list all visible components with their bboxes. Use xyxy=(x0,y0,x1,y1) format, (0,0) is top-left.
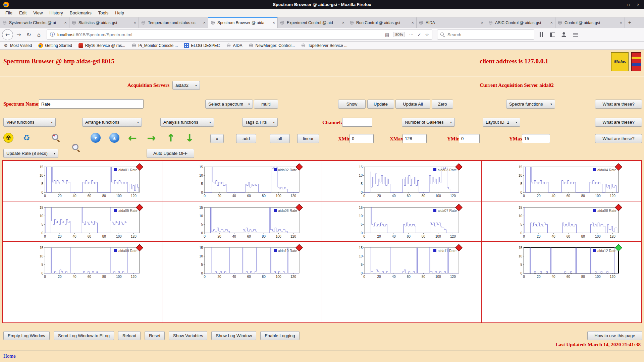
window-close-button[interactable]: × xyxy=(637,2,639,7)
ymin-input[interactable] xyxy=(459,134,480,143)
auto-update-button[interactable]: Auto Update OFF xyxy=(147,149,194,158)
update-button[interactable]: Update xyxy=(367,100,394,109)
tab-temperature-and-status-sc[interactable]: Temperature and status sc× xyxy=(139,17,208,28)
tab-experiment-control-aid[interactable]: Experiment Control @ aid× xyxy=(278,17,347,28)
menu-view[interactable]: View xyxy=(31,9,45,17)
tab-system-wide-checks-ai[interactable]: System wide Checks @ ai× xyxy=(0,17,69,28)
button-show-variables[interactable]: Show Variables xyxy=(169,331,207,340)
update-rate-dropdown[interactable]: Update Rate (8 secs) xyxy=(3,149,58,158)
menu-history[interactable]: History xyxy=(47,9,65,17)
tab-close-icon[interactable]: × xyxy=(133,20,136,25)
analysis-functions-dropdown[interactable]: Analysis functions xyxy=(160,118,214,127)
fan-icon[interactable]: ♻ xyxy=(21,133,32,143)
reader-mode-icon[interactable]: ▤ xyxy=(385,32,389,37)
menu-tools[interactable]: Tools xyxy=(96,9,111,17)
show-button[interactable]: Show xyxy=(338,100,366,109)
tab-close-icon[interactable]: × xyxy=(342,20,344,25)
spectrum-cell-aida11[interactable]: 020406080100120051015aida11 Rate xyxy=(322,242,482,282)
number-of-galleries-dropdown[interactable]: Number of Galleries xyxy=(402,118,455,127)
what-are-these-button-1[interactable]: What are these? xyxy=(595,100,642,109)
spectrum-cell-aida10[interactable]: 020406080100120051015aida10 Rate xyxy=(162,242,322,282)
arrow-left-icon[interactable]: ← xyxy=(127,133,138,143)
midas-logo[interactable]: Midas xyxy=(611,52,629,71)
menu-bookmarks[interactable]: Bookmarks xyxy=(67,9,94,17)
zoom-out-icon[interactable]: − xyxy=(71,143,81,153)
bookmark-pi-monitor-console[interactable]: Pi_Monitor Console ... xyxy=(131,43,178,48)
bookmark-aida[interactable]: AIDA xyxy=(226,43,243,48)
forward-button[interactable]: → xyxy=(14,29,24,40)
secondary-logo[interactable] xyxy=(631,52,641,71)
arrow-up-icon[interactable]: ↑ xyxy=(166,133,176,143)
what-are-these-button-2[interactable]: What are these? xyxy=(595,118,642,127)
ymax-input[interactable] xyxy=(522,134,550,143)
window-minimize-button[interactable]: – xyxy=(618,2,620,7)
tab-asic-control-aidas-gsi[interactable]: ASIC Control @ aidas-gsi× xyxy=(486,17,555,28)
xmin-input[interactable] xyxy=(350,134,374,143)
zoom-in-icon[interactable]: + xyxy=(51,133,61,143)
spectrum-name-input[interactable] xyxy=(39,99,144,109)
hamburger-menu-icon[interactable] xyxy=(571,30,580,39)
tab-aida[interactable]: AIDA× xyxy=(417,17,486,28)
bookmark-star-icon[interactable]: ☆ xyxy=(425,32,429,37)
button-enable-logging[interactable]: Enable Logging xyxy=(260,331,299,340)
arrow-right-icon[interactable]: → xyxy=(146,133,156,143)
bookmark-getting-started[interactable]: Getting Started xyxy=(38,43,72,48)
tab-statistics-aidas-gsi[interactable]: Statistics @ aidas-gsi× xyxy=(69,17,139,28)
sidebar-icon[interactable] xyxy=(548,30,557,39)
reload-button[interactable]: ↻ xyxy=(24,29,34,40)
tags-fits-dropdown[interactable]: Tags & Fits xyxy=(242,118,278,127)
tab-close-icon[interactable]: × xyxy=(203,20,206,25)
tab-close-icon[interactable]: × xyxy=(272,20,275,25)
update-all-button[interactable]: Update All xyxy=(395,100,430,109)
bookmark-most-visited[interactable]: ⚙Most Visited xyxy=(3,43,32,48)
linear-button[interactable]: linear xyxy=(297,134,319,143)
arrange-functions-dropdown[interactable]: Arrange functions xyxy=(82,118,142,127)
acquisition-server-select[interactable]: aida02 xyxy=(172,81,200,90)
tab-control-aidas-gsi[interactable]: Control @ aidas-gsi× xyxy=(555,17,625,28)
what-are-these-button-3[interactable]: What are these? xyxy=(595,134,642,143)
search-bar[interactable] xyxy=(437,29,534,40)
how-to-use-button[interactable]: How to use this page xyxy=(587,331,642,340)
add-button[interactable]: add xyxy=(236,134,256,143)
all-button[interactable]: all xyxy=(270,134,290,143)
zoom-level-badge[interactable]: 80% xyxy=(393,32,405,37)
x-button[interactable]: x xyxy=(210,134,224,143)
menu-edit[interactable]: Edit xyxy=(16,9,29,17)
spectra-functions-dropdown[interactable]: Spectra functions xyxy=(506,100,555,109)
button-show-log-window[interactable]: Show Log Window xyxy=(211,331,256,340)
xmax-input[interactable] xyxy=(402,134,427,143)
layout-id-dropdown[interactable]: Layout ID=1 xyxy=(483,118,520,127)
tab-close-icon[interactable]: × xyxy=(64,20,67,25)
tab-close-icon[interactable]: × xyxy=(481,20,483,25)
select-spectrum-dropdown[interactable]: Select a spectrum xyxy=(205,100,253,109)
library-icon[interactable] xyxy=(536,30,546,39)
bookmark-elog-despec[interactable]: ELOG DESPEC xyxy=(184,43,220,48)
bookmark-rly16-service-ras[interactable]: Rly16 Service @ ras... xyxy=(78,43,125,48)
tab-close-icon[interactable]: × xyxy=(411,20,414,25)
spectrum-cell-aida08[interactable]: 020406080100120051015aida08 Rate xyxy=(482,201,641,242)
home-link[interactable]: Home xyxy=(3,353,16,359)
url-bar[interactable]: ⓘ localhost :8015/Spectrum/Spectrum.tml … xyxy=(47,29,432,40)
zero-button[interactable]: Zero xyxy=(432,100,453,109)
tab-close-icon[interactable]: × xyxy=(620,20,622,25)
bookmark-tapeserver-service[interactable]: TapeServer Service ... xyxy=(301,43,347,48)
spectrum-cell-aida06[interactable]: 020406080100120051015aida06 Rate xyxy=(162,201,322,242)
arrow-down-icon[interactable]: ↓ xyxy=(184,133,195,143)
search-input[interactable] xyxy=(447,32,531,37)
scroll-up-icon[interactable]: ▲ xyxy=(109,133,119,143)
view-functions-dropdown[interactable]: View functions xyxy=(3,118,56,127)
scroll-down-icon[interactable]: ▼ xyxy=(91,133,101,143)
button-empty-log-window[interactable]: Empty Log Window xyxy=(3,331,50,340)
window-maximize-button[interactable]: □ xyxy=(627,2,630,7)
bookmark-newmerger-control[interactable]: NewMerger: Control... xyxy=(249,43,295,48)
back-button[interactable]: ← xyxy=(2,29,13,40)
menu-help[interactable]: Help xyxy=(112,9,127,17)
radiation-icon[interactable]: ☢ xyxy=(3,133,13,143)
button-reload[interactable]: Reload xyxy=(118,331,141,340)
account-icon[interactable] xyxy=(559,30,569,39)
home-button[interactable]: ⌂ xyxy=(34,29,44,40)
button-reset[interactable]: Reset xyxy=(145,331,165,340)
spectrum-cell-aida02[interactable]: 020406080100120051015aida02 Rate xyxy=(162,161,322,201)
spectrum-cell-aida05[interactable]: 020406080100120051015aida05 Rate xyxy=(3,201,162,242)
new-tab-button[interactable]: + xyxy=(625,17,635,28)
